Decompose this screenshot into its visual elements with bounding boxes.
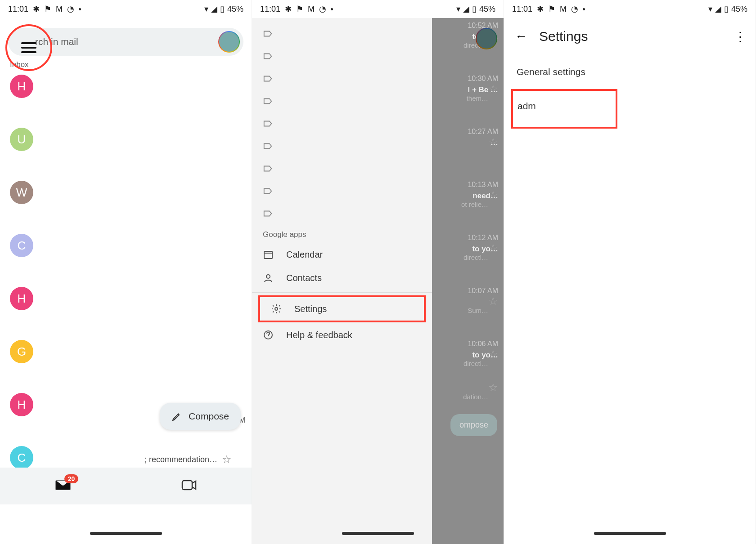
label-icon	[263, 141, 273, 151]
status-time: 11:01	[512, 4, 532, 14]
label-icon	[263, 186, 273, 196]
label-icon	[263, 209, 273, 218]
wifi-icon: ▾	[708, 4, 712, 14]
bottom-nav: 20	[0, 468, 252, 504]
gmail-icon: M	[560, 4, 567, 14]
gear-icon	[271, 303, 282, 314]
video-icon	[181, 479, 197, 491]
sender-avatar[interactable]: H	[10, 75, 33, 98]
status-bar: 11:01 ✱ ⚑ M ◔ ▾ ◢ ▯ 45%	[504, 0, 756, 18]
signal-icon: ◢	[211, 4, 217, 14]
mail-badge-count: 20	[64, 474, 79, 483]
compose-button[interactable]: Compose	[160, 403, 241, 430]
drawer-label-item[interactable]	[252, 135, 432, 157]
maps-icon: ◔	[67, 4, 74, 14]
status-bar: 11:01 ✱ ⚑ M ◔ ▾ ◢ ▯ 45%	[252, 0, 504, 18]
drawer-label-item[interactable]	[252, 180, 432, 202]
phone-screen-3: 11:01 ✱ ⚑ M ◔ ▾ ◢ ▯ 45% ← Settings ⋮ Gen…	[504, 0, 756, 544]
label-icon	[263, 96, 273, 106]
battery-percent: 45%	[227, 4, 243, 14]
more-dot-icon	[583, 8, 585, 10]
gmail-icon: M	[308, 4, 315, 14]
drawer-label-item[interactable]	[252, 202, 432, 225]
message-icon: ⚑	[44, 4, 51, 14]
page-title: Settings	[539, 29, 722, 44]
pencil-icon	[171, 411, 182, 422]
message-icon: ⚑	[548, 4, 555, 14]
svg-point-2	[266, 275, 270, 278]
gmail-icon: M	[56, 4, 63, 14]
sender-avatar[interactable]: H	[10, 393, 33, 416]
profile-avatar-dimmed	[476, 28, 497, 49]
settings-label: Settings	[294, 304, 327, 314]
label-icon	[263, 119, 273, 129]
contacts-icon	[263, 272, 274, 283]
drawer-label-item[interactable]	[252, 90, 432, 112]
signal-icon: ◢	[463, 4, 469, 14]
status-bar: 11:01 ✱ ⚑ M ◔ ▾ ◢ ▯ 45%	[0, 0, 252, 18]
meet-tab[interactable]	[181, 479, 197, 493]
label-icon	[263, 51, 273, 61]
wifi-icon: ▾	[456, 4, 460, 14]
sender-avatar[interactable]: H	[10, 287, 33, 310]
mail-tab[interactable]: 20	[55, 479, 71, 493]
sender-avatar[interactable]: C	[10, 234, 33, 257]
phone-screen-1: 11:01 ✱ ⚑ M ◔ ▾ ◢ ▯ 45% rch in mail Inbo…	[0, 0, 252, 544]
drawer-label-item[interactable]	[252, 67, 432, 90]
more-dot-icon	[79, 8, 81, 10]
gesture-bar[interactable]	[594, 532, 666, 535]
battery-icon: ▯	[724, 4, 729, 14]
status-time: 11:01	[260, 4, 280, 14]
profile-avatar[interactable]	[218, 31, 240, 53]
maps-icon: ◔	[571, 4, 578, 14]
gesture-bar[interactable]	[342, 532, 414, 535]
inbox-row-peek: 10:27 AM… ☆	[450, 124, 504, 177]
drawer-label-item[interactable]	[252, 45, 432, 67]
star-icon[interactable]: ☆	[222, 453, 232, 466]
drawer-label-item[interactable]	[252, 112, 432, 135]
label-icon	[263, 74, 273, 84]
svg-rect-1	[264, 251, 272, 259]
status-time: 11:01	[8, 4, 28, 14]
navigation-drawer[interactable]: Google apps Calendar Contacts Settings H…	[252, 18, 432, 544]
sender-avatar[interactable]: W	[10, 181, 33, 204]
highlight-account-box: adm	[511, 89, 617, 129]
calendar-label: Calendar	[286, 250, 323, 260]
more-dot-icon	[331, 8, 333, 10]
battery-icon: ▯	[472, 4, 477, 14]
back-button[interactable]: ←	[515, 29, 527, 44]
calendar-icon	[263, 249, 274, 260]
drawer-contacts[interactable]: Contacts	[252, 266, 432, 290]
inbox-row-peek: 10:07 AMSum… ☆	[450, 283, 504, 336]
svg-rect-0	[182, 481, 192, 490]
message-icon: ⚑	[296, 4, 303, 14]
battery-icon: ▯	[220, 4, 225, 14]
wifi-icon: ▾	[204, 4, 208, 14]
drawer-help[interactable]: Help & feedback	[252, 323, 432, 347]
signal-icon: ◢	[715, 4, 721, 14]
drawer-settings[interactable]: Settings	[260, 297, 424, 321]
label-icon	[263, 29, 273, 39]
battery-percent: 45%	[731, 4, 747, 14]
drawer-label-item[interactable]	[252, 157, 432, 180]
inbox-row-peek: 10:13 AMneed…ot relie… ☆	[450, 177, 504, 230]
truncated-message: ; recommendation… ☆	[144, 453, 232, 466]
menu-button[interactable]	[21, 42, 36, 53]
contacts-label: Contacts	[286, 273, 322, 283]
overflow-menu[interactable]: ⋮	[734, 29, 745, 44]
drawer-calendar[interactable]: Calendar	[252, 243, 432, 266]
battery-percent: 45%	[479, 4, 495, 14]
sender-avatar[interactable]: U	[10, 128, 33, 151]
maps-icon: ◔	[319, 4, 326, 14]
svg-point-3	[275, 308, 278, 310]
divider	[252, 292, 432, 293]
compose-label: ompose	[459, 420, 488, 429]
sender-avatar[interactable]: C	[10, 446, 33, 469]
gesture-bar[interactable]	[90, 532, 162, 535]
general-settings-item[interactable]: General settings	[504, 58, 756, 86]
sender-avatar[interactable]: G	[10, 340, 33, 363]
inbox-row-peek: 10:30 AMl + Be …them… ☆	[450, 71, 504, 124]
account-item[interactable]: adm	[518, 101, 536, 111]
drawer-label-item[interactable]	[252, 22, 432, 45]
inbox-row-peek: 10:12 AMto yo…directl… ☆	[450, 230, 504, 283]
